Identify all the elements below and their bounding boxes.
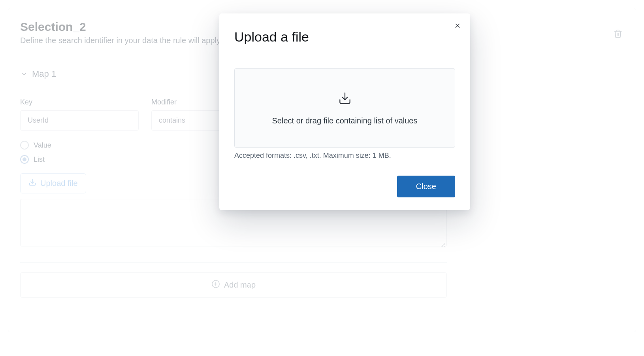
dropzone-text: Select or drag file containing list of v… <box>272 116 418 125</box>
dropzone-hint: Accepted formats: .csv, .txt. Maximum si… <box>234 151 455 160</box>
file-dropzone[interactable]: Select or drag file containing list of v… <box>234 68 455 148</box>
close-button[interactable]: Close <box>397 176 455 197</box>
upload-icon <box>337 91 352 108</box>
modal-close-button[interactable] <box>452 21 463 32</box>
modal-title: Upload a file <box>234 29 455 45</box>
upload-file-modal: Upload a file Select or drag file contai… <box>219 13 470 210</box>
close-icon <box>454 22 461 30</box>
